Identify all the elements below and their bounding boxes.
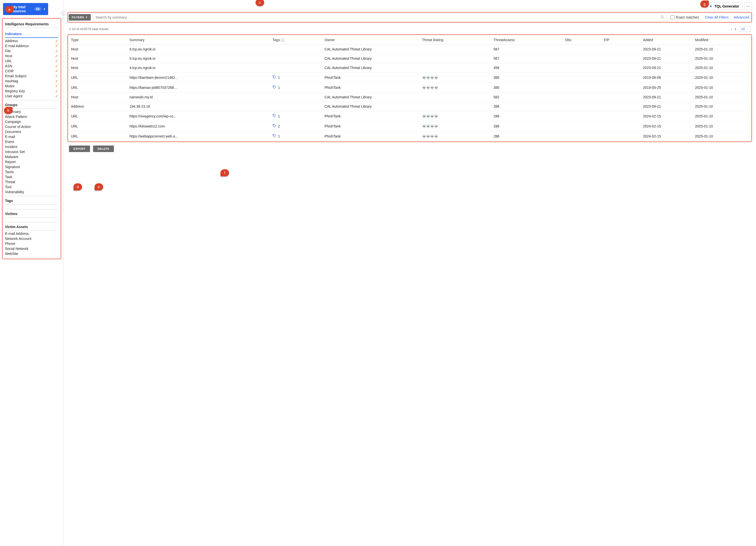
group-item[interactable]: Report <box>5 159 58 164</box>
chevron-down-icon: ⌄ <box>746 28 748 30</box>
cell-summary[interactable]: https://vivagency.com/wp-co... <box>127 111 270 121</box>
section-tags[interactable]: Tags <box>5 197 58 204</box>
table-row[interactable]: URL https://webappconnect.web.a... 1 Phi… <box>68 131 751 141</box>
cell-summary[interactable]: 194.38.23.18 <box>127 102 270 111</box>
group-label: Task <box>5 175 12 179</box>
victim-asset-item[interactable]: E-mail Address <box>5 231 58 236</box>
table-row[interactable]: URL https://vivagency.com/wp-co... 1 Phi… <box>68 111 751 121</box>
indicator-item[interactable]: Address✓ <box>5 38 58 43</box>
tag-count: 1 <box>278 75 280 79</box>
victim-asset-item[interactable]: Network Account <box>5 236 58 241</box>
indicator-item[interactable]: Registry Key✓ <box>5 89 58 94</box>
cell-summary[interactable]: 4.tcp.eu.ngrok.io <box>127 63 270 72</box>
check-icon: ✓ <box>55 54 58 58</box>
group-item[interactable]: Vulnerability <box>5 189 58 194</box>
clear-filters-link[interactable]: Clear All Filters <box>703 15 731 19</box>
search-container <box>93 13 667 21</box>
indicator-label: ASN <box>5 64 12 68</box>
cell-summary[interactable]: 5.tcp.eu.ngrok.io <box>127 54 270 63</box>
group-item[interactable]: Tactic <box>5 169 58 174</box>
table-row[interactable]: Address 194.38.23.18 CAL Automated Threa… <box>68 102 751 111</box>
col-obs[interactable]: Obs <box>562 35 601 45</box>
filter-bar-annotation: FILTERS ▼ Exact matches Clear All Filter… <box>67 12 752 23</box>
indicator-item[interactable]: CIDR✓ <box>5 68 58 73</box>
group-item[interactable]: Event <box>5 139 58 144</box>
indicator-item[interactable]: URL✓ <box>5 58 58 63</box>
cell-summary[interactable]: namesilo.my.id <box>127 93 270 102</box>
section-indicators[interactable]: Indicators <box>5 30 58 38</box>
exact-matches-checkbox[interactable] <box>670 15 674 19</box>
section-victims[interactable]: Victims <box>5 210 58 217</box>
results-table: Type Summary Tagsi Owner Threat Rating T… <box>68 35 751 141</box>
tql-generator-button[interactable]: ✦ TQL Generator <box>706 3 742 10</box>
cell-summary[interactable]: https://bamas-js8807037268... <box>127 83 270 93</box>
indicator-item[interactable]: File✓ <box>5 48 58 53</box>
col-owner[interactable]: Owner <box>322 35 420 45</box>
section-intelligence-requirements[interactable]: Intelligence Requirements <box>5 21 58 28</box>
group-item[interactable]: Signature <box>5 164 58 169</box>
group-item[interactable]: Malware <box>5 154 58 159</box>
col-summary[interactable]: Summary <box>127 35 270 45</box>
table-row[interactable]: URL https://bamas-js8807037268... 1 Phis… <box>68 83 751 93</box>
delete-button[interactable]: DELETE <box>93 145 114 152</box>
export-button[interactable]: EXPORT <box>69 145 90 152</box>
indicator-item[interactable]: E-mail Address✓ <box>5 43 58 48</box>
info-icon[interactable]: i <box>281 38 284 42</box>
tag-icon <box>272 124 276 128</box>
col-added[interactable]: Added <box>640 35 692 45</box>
section-groups[interactable]: Groups <box>5 101 58 109</box>
table-row[interactable]: URL https://kilowattcs2.com 2 PhishTank … <box>68 121 751 131</box>
col-modified[interactable]: Modified <box>693 35 751 45</box>
table-row[interactable]: URL https://bambam-jleonm21482... 1 Phis… <box>68 72 751 83</box>
group-item[interactable]: E-mail <box>5 134 58 139</box>
col-rating[interactable]: Threat Rating <box>419 35 491 45</box>
victim-asset-item[interactable]: Phone <box>5 241 58 246</box>
cell-tags <box>270 54 322 63</box>
group-item[interactable]: Course of Action <box>5 124 58 129</box>
indicator-item[interactable]: ASN✓ <box>5 63 58 68</box>
col-type[interactable]: Type <box>68 35 127 45</box>
table-row[interactable]: Host namesilo.my.id CAL Automated Threat… <box>68 93 751 102</box>
victim-asset-item[interactable]: WebSite <box>5 251 58 256</box>
search-input[interactable] <box>96 15 661 19</box>
group-label: E-mail <box>5 135 15 139</box>
prev-page-button[interactable]: ‹ <box>731 26 732 32</box>
cell-summary[interactable]: https://bambam-jleonm21482... <box>127 72 270 83</box>
section-victim-assets[interactable]: Victim Assets <box>5 223 58 230</box>
indicator-item[interactable]: Hashtag✓ <box>5 78 58 84</box>
table-row[interactable]: Host 5.tcp.eu.ngrok.io CAL Automated Thr… <box>68 54 751 63</box>
callout-b: b <box>4 107 13 114</box>
group-item[interactable]: Campaign <box>5 119 58 124</box>
col-tags[interactable]: Tagsi <box>270 35 322 45</box>
group-item[interactable]: Attack Pattern <box>5 114 58 119</box>
col-assess[interactable]: ThreatAssess <box>491 35 562 45</box>
cell-summary[interactable]: 6.tcp.eu.ngrok.io <box>127 45 270 54</box>
table-row[interactable]: Host 6.tcp.eu.ngrok.io CAL Automated Thr… <box>68 45 751 54</box>
group-item[interactable]: Task <box>5 174 58 179</box>
group-item[interactable]: Tool <box>5 184 58 189</box>
group-item[interactable]: Document <box>5 129 58 134</box>
tag-count: 1 <box>278 86 280 90</box>
indicator-item[interactable]: User Agent✓ <box>5 94 58 99</box>
filters-button[interactable]: FILTERS ▼ <box>69 14 91 21</box>
group-item[interactable]: Threat <box>5 179 58 184</box>
tag-count: 2 <box>278 124 280 128</box>
table-row[interactable]: Host 4.tcp.eu.ngrok.io CAL Automated Thr… <box>68 63 751 72</box>
cell-summary[interactable]: https://kilowattcs2.com <box>127 121 270 131</box>
cell-assess: 286 <box>491 121 562 131</box>
next-page-button[interactable]: › <box>735 26 736 32</box>
advanced-link[interactable]: Advanced <box>731 15 751 19</box>
more-actions-button[interactable]: ··· <box>744 3 752 10</box>
indicator-item[interactable]: Email Subject✓ <box>5 73 58 78</box>
indicator-item[interactable]: Host✓ <box>5 53 58 58</box>
asset-label: E-mail Address <box>5 231 29 235</box>
victim-asset-item[interactable]: Social Network <box>5 246 58 251</box>
page-size-select[interactable]: 10 ⌄ <box>739 26 750 32</box>
cell-summary[interactable]: https://webappconnect.web.a... <box>127 131 270 141</box>
group-item[interactable]: Intrusion Set <box>5 149 58 154</box>
col-fp[interactable]: F/P <box>601 35 640 45</box>
exact-matches-toggle[interactable]: Exact matches <box>667 15 703 19</box>
indicator-item[interactable]: Mutex✓ <box>5 84 58 89</box>
group-item[interactable]: Incident <box>5 144 58 149</box>
filters-label: FILTERS <box>72 16 84 19</box>
